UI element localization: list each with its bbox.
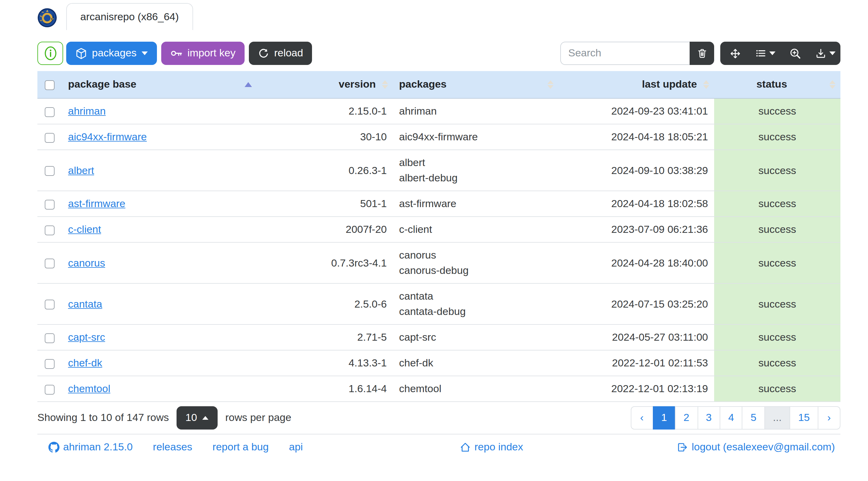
last-update-cell: 2024-09-23 03:41:01 [558,98,714,124]
last-update-cell: 2022-12-01 02:11:53 [558,350,714,376]
row-checkbox[interactable] [45,199,55,209]
package-base-link[interactable]: ahriman [68,105,106,117]
report-bug-label: report a bug [212,441,269,453]
pagination-page-5[interactable]: 5 [742,406,765,429]
packages-table: package base version packages [37,71,840,402]
pagination-page-3[interactable]: 3 [697,406,720,429]
version-cell: 501-1 [257,191,393,217]
showing-rows-summary: Showing 1 to 10 of 147 rows [37,412,169,424]
row-checkbox[interactable] [45,359,55,368]
trash-icon [697,48,707,59]
version-cell: 0.26.3-1 [257,150,393,191]
package-base-link[interactable]: ast-firmware [68,198,125,210]
table-row: capt-src 2.71-5 capt-src 2024-05-27 03:1… [37,324,840,350]
packages-cell: c-client [393,217,558,242]
repo-index-label: repo index [474,441,523,453]
pagination-page-1[interactable]: 1 [653,406,676,429]
clear-filter-button[interactable] [690,42,714,65]
pagination-prev[interactable]: ‹ [630,406,653,429]
package-base-link[interactable]: albert [68,164,94,176]
package-base-link[interactable]: capt-src [68,331,105,343]
table-row: chemtool 1.6.14-4 chemtool 2022-12-01 02… [37,376,840,402]
select-all-header [37,71,62,98]
packages-cell: chemtool [393,376,558,402]
pagination-page-15[interactable]: 15 [789,406,818,429]
column-header-packages[interactable]: packages [393,71,558,98]
home-icon [460,442,471,453]
pagination-page-4[interactable]: 4 [720,406,743,429]
pagination-page-2[interactable]: 2 [675,406,698,429]
row-checkbox[interactable] [45,259,55,268]
footer-divider [37,434,840,435]
ahriman-logo-icon [37,8,57,28]
table-row: canorus 0.7.3rc3-4.1 canoruscanorus-debu… [37,242,840,283]
pagination-next[interactable]: › [818,406,840,429]
table-row: ahriman 2.15.0-1 ahriman 2024-09-23 03:4… [37,98,840,124]
toolbar: packages import key reload [37,42,840,65]
row-checkbox[interactable] [45,333,55,343]
page-size-dropdown[interactable]: 10 [176,406,218,429]
package-base-link[interactable]: chemtool [68,383,110,395]
row-checkbox[interactable] [45,384,55,394]
repo-index-link[interactable]: repo index [460,441,523,453]
sort-both-icon [382,80,388,89]
status-badge: success [714,324,840,350]
chevron-down-icon [142,52,148,55]
columns-dropdown-button[interactable] [750,42,780,65]
row-checkbox[interactable] [45,133,55,142]
key-icon [170,48,183,59]
column-header-package-base[interactable]: package base [62,71,257,98]
version-cell: 30-10 [257,124,393,150]
chevron-down-icon [829,52,836,55]
last-update-cell: 2024-04-18 18:05:21 [558,124,714,150]
search-cluster [560,42,840,65]
column-header-version[interactable]: version [257,71,393,98]
reload-button[interactable]: reload [249,42,312,65]
row-checkbox[interactable] [45,166,55,176]
table-row: aic94xx-firmware 30-10 aic94xx-firmware … [37,124,840,150]
row-checkbox[interactable] [45,107,55,117]
status-badge: success [714,124,840,150]
advanced-search-button[interactable] [780,42,810,65]
column-header-last-update[interactable]: last update [558,71,714,98]
version-cell: 0.7.3rc3-4.1 [257,242,393,283]
logout-link[interactable]: logout (esalexeev@gmail.com) [677,441,835,453]
status-badge: success [714,283,840,324]
chevron-up-icon [203,416,209,420]
column-header-status-label: status [756,78,787,90]
row-checkbox[interactable] [45,225,55,235]
version-cell: 4.13.3-1 [257,350,393,376]
sort-both-icon [829,80,836,89]
packages-dropdown-button[interactable]: packages [66,42,157,65]
ahriman-version-label: ahriman 2.15.0 [63,441,133,453]
export-dropdown-button[interactable] [810,42,840,65]
ahriman-version-link[interactable]: ahriman 2.15.0 [49,441,133,453]
packages-cell: chef-dk [393,350,558,376]
column-header-last-update-label: last update [642,78,697,90]
table-row: chef-dk 4.13.3-1 chef-dk 2022-12-01 02:1… [37,350,840,376]
releases-link[interactable]: releases [153,441,192,453]
package-base-link[interactable]: cantata [68,298,102,310]
import-key-button[interactable]: import key [161,42,245,65]
search-input[interactable] [560,42,690,65]
package-base-link[interactable]: canorus [68,257,105,269]
package-base-link[interactable]: chef-dk [68,357,102,369]
info-button[interactable] [37,42,63,65]
info-icon [44,46,57,61]
packages-button-label: packages [92,47,137,59]
last-update-cell: 2022-12-01 02:13:19 [558,376,714,402]
pagination: ‹12345...15› [630,406,840,429]
select-all-checkbox[interactable] [45,80,55,90]
api-link[interactable]: api [289,441,303,453]
tab-repository[interactable]: arcanisrepo (x86_64) [66,3,193,30]
column-header-status[interactable]: status [714,71,840,98]
package-base-link[interactable]: c-client [68,224,101,235]
status-badge: success [714,376,840,402]
row-checkbox[interactable] [45,300,55,310]
package-base-link[interactable]: aic94xx-firmware [68,131,147,143]
column-header-package-base-label: package base [68,78,136,90]
zoom-in-icon [789,47,801,59]
packages-cell: cantatacantata-debug [393,283,558,324]
report-bug-link[interactable]: report a bug [212,441,269,453]
fullscreen-button[interactable] [720,42,750,65]
